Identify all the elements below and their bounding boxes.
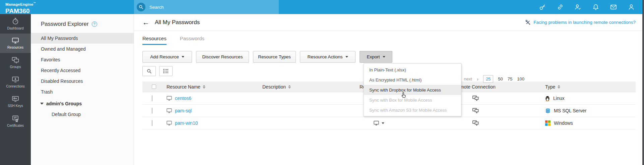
main-header: ← All My Passwords Facing problems in la… xyxy=(134,14,644,31)
user-check-icon[interactable] xyxy=(575,4,581,10)
linux-icon xyxy=(545,96,550,101)
header-type[interactable]: Type xyxy=(538,84,636,90)
menu-item-encrypted-html[interactable]: As Encrypted HTML (.html) xyxy=(364,75,461,85)
page-size-75[interactable]: 75 xyxy=(508,76,512,81)
column-list-button[interactable] xyxy=(159,66,173,76)
resource-name-cell: centos6 xyxy=(162,96,260,101)
remote-connection-icon[interactable] xyxy=(472,108,479,113)
mail-icon[interactable] xyxy=(610,4,617,10)
next-button[interactable]: next xyxy=(464,76,472,81)
tab-resources[interactable]: Resources xyxy=(142,36,167,45)
select-all-checkbox[interactable] xyxy=(152,85,156,89)
sidebar-item-certificates[interactable]: Certificates xyxy=(0,111,31,131)
main-area: ← All My Passwords Facing problems in la… xyxy=(134,14,644,165)
type-label: Linux xyxy=(553,96,564,101)
resource-actions-button[interactable]: Resource Actions xyxy=(300,51,356,63)
resource-types-button[interactable]: Resource Types xyxy=(253,51,296,63)
user-profile-icon[interactable] xyxy=(628,4,635,10)
explorer-item-favorites[interactable]: Favorites xyxy=(31,54,134,65)
key-icon[interactable] xyxy=(539,4,546,10)
resource-types-label: Resource Types xyxy=(258,54,291,59)
sort-arrows-icon[interactable] xyxy=(203,85,205,89)
type-label: Windows xyxy=(554,120,573,126)
explorer-item-default-group[interactable]: Default Group xyxy=(31,109,134,120)
explorer-item-owned-and-managed[interactable]: Owned and Managed xyxy=(31,44,134,54)
menu-item-sync-dropbox[interactable]: Sync with Dropbox for Mobile Access xyxy=(364,85,461,95)
resource-link[interactable]: centos6 xyxy=(175,96,191,101)
menu-item-sync-box: Sync with Box for Mobile Access xyxy=(364,95,461,105)
row-checkbox[interactable] xyxy=(152,95,152,101)
explorer-item-trash[interactable]: Trash xyxy=(31,87,134,97)
discover-resources-button[interactable]: Discover Resources xyxy=(196,51,249,63)
page-size-50[interactable]: 50 xyxy=(498,76,503,81)
sidebar-item-dashboard[interactable]: Dashboard xyxy=(0,14,31,34)
table-search-button[interactable] xyxy=(142,66,156,76)
remote-connection-help-link[interactable]: Facing problems in launching remote conn… xyxy=(525,19,636,25)
password-explorer-panel: Password Explorer ? All My Passwords Own… xyxy=(31,14,134,165)
explorer-group-admins-groups[interactable]: admin's Groups xyxy=(31,97,134,109)
remote-connection-cell xyxy=(454,108,538,113)
remote-connection-icon[interactable] xyxy=(472,96,479,101)
explorer-item-all-my-passwords[interactable]: All My Passwords xyxy=(31,33,134,44)
search-icon[interactable] xyxy=(137,3,145,11)
panel-title: Password Explorer xyxy=(41,21,89,28)
sidebar-item-label: Groups xyxy=(10,65,21,69)
tab-bar: Resources Passwords xyxy=(142,36,636,45)
help-link-label: Facing problems in launching remote conn… xyxy=(533,20,636,25)
topbar-icons xyxy=(539,0,635,14)
type-cell: Windows xyxy=(538,120,636,126)
sidebar-item-label: Connections xyxy=(6,85,25,88)
resource-actions-label: Resource Actions xyxy=(307,54,342,59)
scrollbar[interactable] xyxy=(642,0,644,165)
page-title: All My Passwords xyxy=(155,19,200,26)
resource-link[interactable]: pam-sql xyxy=(175,108,192,113)
export-button[interactable]: Export xyxy=(360,51,392,63)
page-size-25[interactable]: 25 xyxy=(483,75,493,83)
page-size-100[interactable]: 100 xyxy=(517,76,524,81)
menu-item-sync-amazon-s3: Sync with Amazon S3 for Mobile Access xyxy=(364,105,461,115)
key-monitor-icon xyxy=(12,96,19,102)
tab-passwords[interactable]: Passwords xyxy=(180,36,204,45)
sidebar-item-groups[interactable]: Groups xyxy=(0,53,31,72)
windows-icon xyxy=(545,120,551,126)
row-checkbox[interactable] xyxy=(152,108,152,114)
link-icon[interactable] xyxy=(557,4,564,10)
menu-item-plain-text-xlsx[interactable]: In Plain-Text (.xlsx) xyxy=(364,65,461,75)
add-resource-button[interactable]: Add Resource xyxy=(142,51,192,63)
explorer-group-label: admin's Groups xyxy=(46,101,82,106)
sidebar-item-label: Dashboard xyxy=(7,26,24,30)
sidebar-item-ssh-keys[interactable]: SSH Keys xyxy=(0,92,31,111)
next-chevron-icon[interactable]: › xyxy=(477,76,478,82)
header-description[interactable]: Description xyxy=(260,84,359,90)
expand-triangle-icon xyxy=(40,103,44,105)
sidebar-item-connections[interactable]: Connections xyxy=(0,72,31,92)
type-label: MS SQL Server xyxy=(554,108,587,113)
sort-arrows-icon[interactable] xyxy=(288,85,291,89)
monitor-icon xyxy=(167,96,172,101)
chevron-down-icon xyxy=(182,56,184,58)
back-arrow-icon[interactable]: ← xyxy=(142,19,149,26)
resource-link[interactable]: pam-win10 xyxy=(175,120,198,126)
help-icon[interactable]: ? xyxy=(92,21,97,27)
bell-icon[interactable] xyxy=(592,4,599,10)
brand-company: ManageEngine xyxy=(5,2,34,6)
sidebar-item-resources[interactable]: Resources xyxy=(0,34,31,53)
row-checkbox[interactable] xyxy=(152,120,152,126)
explorer-item-recently-accessed[interactable]: Recently Accessed xyxy=(31,65,134,76)
brand-logo[interactable]: ManageEngine™ PAM360 xyxy=(5,1,36,14)
remote-connection-cell xyxy=(454,96,538,101)
gauge-icon xyxy=(12,17,19,25)
chevron-down-icon[interactable] xyxy=(382,122,384,124)
global-search-input[interactable]: Search xyxy=(134,0,279,14)
remoteapp-monitor-icon[interactable] xyxy=(374,121,379,125)
sidebar-item-label: SSH Keys xyxy=(8,104,23,108)
sidebar-item-label: Certificates xyxy=(7,124,24,127)
export-label: Export xyxy=(367,54,380,59)
explorer-item-disabled-resources[interactable]: Disabled Resources xyxy=(31,76,134,87)
brand-product: PAM360 xyxy=(5,8,36,14)
topbar: ManageEngine™ PAM360 Search xyxy=(0,0,644,14)
search-placeholder: Search xyxy=(149,5,164,10)
header-resource-name[interactable]: Resource Name xyxy=(162,84,260,90)
sort-arrows-icon[interactable] xyxy=(558,85,560,89)
remote-connection-icon[interactable] xyxy=(472,120,479,126)
